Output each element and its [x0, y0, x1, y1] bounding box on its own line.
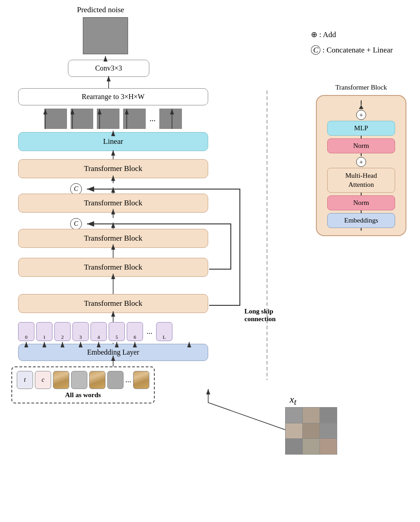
all-words-label: All as words — [17, 391, 149, 399]
patch-token-dots: ... — [145, 327, 154, 336]
tb-plus-mha: + — [356, 157, 366, 167]
linear-block: Linear — [18, 132, 208, 151]
conv3x3-block: Conv3×3 — [68, 60, 149, 77]
patch-token-L: L — [156, 322, 172, 341]
input-dots: ... — [125, 375, 131, 384]
input-token-t: t — [17, 371, 33, 389]
patch-img-5 — [159, 109, 182, 129]
xt-cell-1 — [286, 408, 302, 423]
tb-norm-2-block: Norm — [327, 138, 395, 153]
concat-symbol: C — [311, 45, 320, 55]
patch-img-4 — [123, 109, 146, 129]
rearrange-block: Rearrange to 3×H×W — [18, 88, 208, 105]
xt-cell-9 — [320, 439, 337, 454]
xt-patch-grid — [285, 407, 337, 455]
tb-arrow-top — [359, 105, 363, 109]
patch-images-row: ... — [18, 109, 208, 129]
patch-token-5: 5 — [109, 322, 125, 341]
patch-token-3: 3 — [72, 322, 89, 341]
xt-cell-5 — [303, 423, 320, 439]
tb-line5 — [361, 228, 362, 231]
xt-label: xt — [290, 394, 296, 407]
tb-plus-mlp: + — [356, 110, 366, 120]
input-patch-3 — [89, 371, 105, 389]
cat-symbol-2: C — [70, 218, 82, 230]
patch-token-1: 1 — [36, 322, 52, 341]
legend: ⊕ : Add C : Concatenate + Linear — [311, 27, 393, 58]
tb-mlp-block: MLP — [327, 121, 395, 136]
patch-token-0: 0 — [18, 322, 34, 341]
xt-cell-4 — [286, 423, 302, 439]
output-noise-image — [83, 17, 128, 54]
embedding-layer-block: Embedding Layer — [18, 344, 208, 361]
tb-line2 — [361, 153, 362, 156]
xt-cell-7 — [286, 439, 302, 454]
patch-img-2 — [71, 109, 93, 129]
predicted-noise-label: Predicted noise — [77, 5, 124, 14]
add-symbol: ⊕ — [311, 30, 317, 39]
input-patch-2 — [71, 371, 87, 389]
tb-mha-block: Multi-HeadAttention — [327, 168, 395, 193]
dots-patches: ... — [149, 114, 156, 123]
patch-img-1 — [44, 109, 67, 129]
transformer-block-3: Transformer Block — [18, 229, 208, 248]
concat-legend: C : Concatenate + Linear — [311, 43, 393, 58]
tb-detail-box: + MLP Norm + Multi-HeadAttention Norm Em… — [316, 95, 406, 236]
input-token-c: c — [35, 371, 51, 389]
tb-detail-title: Transformer Block — [316, 84, 406, 91]
xt-cell-2 — [303, 408, 320, 423]
all-words-box: t c ... All as words — [11, 366, 155, 403]
add-legend: ⊕ : Add — [311, 27, 393, 43]
transformer-block-2: Transformer Block — [18, 258, 208, 277]
transformer-block-1: Transformer Block — [18, 294, 208, 313]
tb-arrow-top-line — [361, 100, 362, 105]
input-patch-4 — [107, 371, 124, 389]
input-token-row: t c ... — [17, 371, 149, 389]
patch-token-6: 6 — [127, 322, 143, 341]
transformer-block-4: Transformer Block — [18, 194, 208, 213]
patch-token-2: 2 — [54, 322, 71, 341]
input-patch-last — [133, 371, 149, 389]
patch-img-3 — [97, 109, 119, 129]
tb-embeddings-block: Embeddings — [327, 213, 395, 228]
tb-norm-1-block: Norm — [327, 195, 395, 210]
transformer-block-detail: Transformer Block + MLP Norm + Multi-Hea… — [316, 84, 406, 236]
xt-cell-8 — [303, 439, 320, 454]
xt-cell-6 — [320, 423, 337, 439]
skip-connection-label: Long skipconnection — [244, 308, 276, 323]
input-patch-1 — [53, 371, 69, 389]
patch-token-4: 4 — [91, 322, 107, 341]
transformer-block-5: Transformer Block — [18, 159, 208, 178]
xt-cell-3 — [320, 408, 337, 423]
patch-token-row: 0 1 2 3 4 5 6 ... L — [18, 322, 172, 341]
